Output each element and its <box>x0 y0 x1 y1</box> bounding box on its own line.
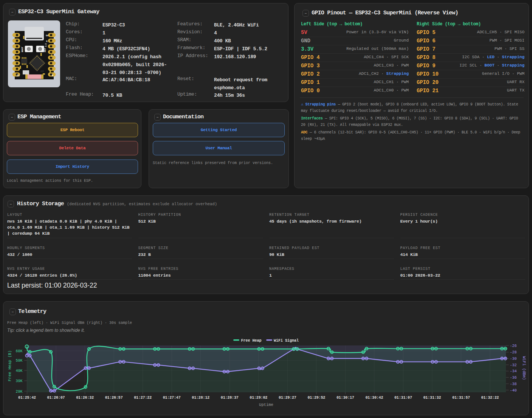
svg-text:01:29:52: 01:29:52 <box>307 396 325 400</box>
svg-text:01:30:42: 01:30:42 <box>365 396 383 400</box>
svg-text:29K: 29K <box>16 390 22 394</box>
svg-text:01:25:42: 01:25:42 <box>18 396 36 400</box>
svg-text:01:31:07: 01:31:07 <box>394 396 412 400</box>
svg-text:01:26:32: 01:26:32 <box>76 396 94 400</box>
svg-text:G: G <box>46 40 48 43</box>
svg-text:Free Heap (B): Free Heap (B) <box>8 350 12 381</box>
svg-text:5V: 5V <box>46 34 49 37</box>
svg-text:RST: RST <box>44 48 47 52</box>
svg-text:39K: 39K <box>16 379 22 383</box>
svg-text:01:26:07: 01:26:07 <box>47 396 65 400</box>
svg-text:-38: -38 <box>510 382 517 386</box>
svg-text:01:31:57: 01:31:57 <box>452 396 470 400</box>
svg-text:-34: -34 <box>510 369 517 373</box>
svg-text:Uptime: Uptime <box>259 403 273 407</box>
svg-text:01:29:27: 01:29:27 <box>279 396 296 400</box>
svg-text:01:27:47: 01:27:47 <box>163 396 181 400</box>
svg-text:-28: -28 <box>510 350 517 355</box>
svg-text:-40: -40 <box>510 389 517 393</box>
svg-text:59K: 59K <box>16 359 22 363</box>
svg-text:WiFi Signal: WiFi Signal <box>274 339 299 343</box>
svg-text:01:32:22: 01:32:22 <box>481 396 499 400</box>
svg-text:01:31:32: 01:31:32 <box>423 396 441 400</box>
svg-text:01:30:17: 01:30:17 <box>337 396 354 400</box>
svg-text:-32: -32 <box>510 363 517 367</box>
svg-text:3.3: 3.3 <box>45 43 47 47</box>
svg-text:-36: -36 <box>510 376 517 380</box>
svg-text:0: 0 <box>52 74 53 77</box>
svg-text:-30: -30 <box>510 357 517 361</box>
svg-text:01:28:12: 01:28:12 <box>192 396 209 400</box>
svg-text:01:26:57: 01:26:57 <box>105 396 123 400</box>
svg-text:Free Heap: Free Heap <box>241 339 262 343</box>
svg-text:21: 21 <box>17 74 20 77</box>
svg-text:01:28:37: 01:28:37 <box>221 396 239 400</box>
svg-text:01:27:22: 01:27:22 <box>134 396 152 400</box>
svg-text:-26: -26 <box>510 344 517 348</box>
svg-text:WiFi (dBm): WiFi (dBm) <box>522 356 526 380</box>
svg-text:01:29:02: 01:29:02 <box>250 396 267 400</box>
svg-text:BOOT: BOOT <box>21 46 24 52</box>
svg-text:68K: 68K <box>16 349 22 353</box>
svg-text:49K: 49K <box>16 369 22 373</box>
